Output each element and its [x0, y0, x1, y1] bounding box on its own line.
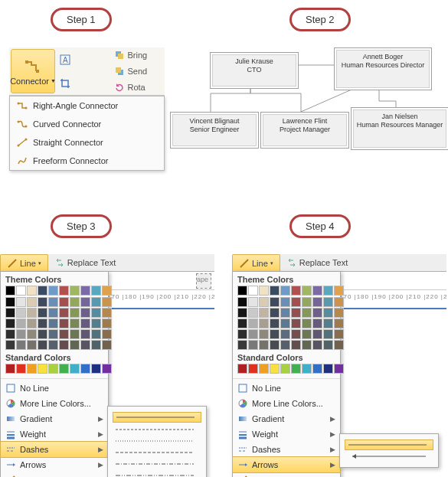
- connector-option[interactable]: Curved Connector: [10, 115, 164, 133]
- color-swatch[interactable]: [70, 329, 80, 339]
- color-swatch[interactable]: [237, 319, 247, 328]
- color-swatch[interactable]: [5, 340, 15, 350]
- color-swatch[interactable]: [27, 319, 37, 328]
- color-swatch[interactable]: [70, 308, 80, 318]
- menu-dashes[interactable]: Dashes▶: [0, 441, 109, 458]
- dash-option[interactable]: [113, 436, 201, 446]
- color-swatch[interactable]: [334, 297, 344, 307]
- color-swatch[interactable]: [280, 340, 290, 350]
- menu-noline[interactable]: No Line: [233, 381, 340, 396]
- color-swatch[interactable]: [27, 340, 37, 350]
- color-swatch[interactable]: [48, 297, 58, 307]
- color-swatch[interactable]: [291, 319, 301, 328]
- color-swatch[interactable]: [16, 340, 26, 350]
- color-swatch[interactable]: [16, 297, 26, 307]
- arrow-option[interactable]: [345, 439, 433, 450]
- canvas-selected-line[interactable]: [107, 308, 214, 312]
- color-swatch[interactable]: [312, 308, 322, 318]
- color-swatch[interactable]: [237, 286, 247, 296]
- dash-option[interactable]: [113, 412, 201, 423]
- color-swatch[interactable]: [91, 308, 101, 318]
- color-swatch[interactable]: [334, 340, 344, 350]
- menu-dashes[interactable]: Dashes▶: [233, 442, 340, 457]
- crop-tool[interactable]: [60, 78, 108, 89]
- color-swatch[interactable]: [91, 364, 101, 374]
- canvas-selected-line[interactable]: [339, 308, 446, 312]
- dashes-submenu[interactable]: [107, 406, 207, 477]
- send-backward[interactable]: Send: [114, 66, 162, 77]
- color-swatch[interactable]: [323, 319, 333, 328]
- menu-weight[interactable]: Weight▶: [1, 426, 108, 442]
- color-swatch[interactable]: [302, 308, 312, 318]
- color-swatch[interactable]: [270, 308, 280, 318]
- color-swatch[interactable]: [334, 364, 344, 374]
- color-swatch[interactable]: [5, 319, 15, 328]
- tab-line[interactable]: Line ▾: [0, 254, 48, 271]
- color-swatch[interactable]: [280, 329, 290, 339]
- menu-morecolors[interactable]: More Line Colors...: [1, 396, 108, 411]
- color-swatch[interactable]: [38, 340, 47, 350]
- color-swatch[interactable]: [270, 364, 280, 374]
- color-swatch[interactable]: [70, 297, 80, 307]
- color-swatch[interactable]: [5, 364, 15, 374]
- color-swatch[interactable]: [259, 329, 269, 339]
- color-swatch[interactable]: [27, 286, 37, 296]
- color-swatch[interactable]: [80, 329, 90, 339]
- color-swatch[interactable]: [237, 340, 247, 350]
- color-swatch[interactable]: [280, 286, 290, 296]
- color-swatch[interactable]: [259, 319, 269, 328]
- color-swatch[interactable]: [259, 286, 269, 296]
- color-swatch[interactable]: [48, 340, 58, 350]
- color-swatch[interactable]: [270, 286, 280, 296]
- color-swatch[interactable]: [312, 329, 322, 339]
- color-swatch[interactable]: [91, 319, 101, 328]
- color-swatch[interactable]: [91, 340, 101, 350]
- color-swatch[interactable]: [259, 297, 269, 307]
- color-swatch[interactable]: [312, 286, 322, 296]
- color-swatch[interactable]: [59, 329, 69, 339]
- color-swatch[interactable]: [323, 286, 333, 296]
- color-swatch[interactable]: [16, 308, 26, 318]
- color-swatch[interactable]: [27, 297, 37, 307]
- color-swatch[interactable]: [38, 329, 47, 339]
- color-swatch[interactable]: [291, 286, 301, 296]
- color-swatch[interactable]: [237, 297, 247, 307]
- color-swatch[interactable]: [334, 308, 344, 318]
- color-swatch[interactable]: [237, 329, 247, 339]
- tab-line[interactable]: Line ▾: [232, 254, 280, 271]
- color-swatch[interactable]: [312, 340, 322, 350]
- color-swatch[interactable]: [323, 364, 333, 374]
- color-swatch[interactable]: [302, 297, 312, 307]
- color-swatch[interactable]: [302, 329, 312, 339]
- color-swatch[interactable]: [312, 297, 322, 307]
- color-swatch[interactable]: [291, 297, 301, 307]
- color-swatch[interactable]: [270, 319, 280, 328]
- color-swatch[interactable]: [27, 329, 37, 339]
- arrows-submenu[interactable]: [339, 433, 439, 468]
- color-swatch[interactable]: [312, 319, 322, 328]
- bring-forward[interactable]: Bring: [114, 50, 162, 60]
- color-swatch[interactable]: [91, 329, 101, 339]
- color-swatch[interactable]: [70, 319, 80, 328]
- color-swatch[interactable]: [16, 329, 26, 339]
- color-swatch[interactable]: [38, 286, 47, 296]
- dash-option[interactable]: [113, 425, 201, 434]
- connector-option[interactable]: Straight Connector: [10, 133, 164, 152]
- color-swatch[interactable]: [48, 319, 58, 328]
- color-swatch[interactable]: [259, 364, 269, 374]
- color-swatch[interactable]: [59, 319, 69, 328]
- color-swatch[interactable]: [280, 308, 290, 318]
- color-swatch[interactable]: [248, 286, 258, 296]
- color-swatch[interactable]: [259, 308, 269, 318]
- color-swatch[interactable]: [270, 340, 280, 350]
- color-swatch[interactable]: [16, 286, 26, 296]
- color-swatch[interactable]: [270, 329, 280, 339]
- color-swatch[interactable]: [102, 308, 112, 318]
- color-swatch[interactable]: [291, 340, 301, 350]
- color-swatch[interactable]: [302, 319, 312, 328]
- org-node[interactable]: Lawrence FlintProject Manager: [260, 112, 349, 149]
- color-swatch[interactable]: [80, 297, 90, 307]
- color-swatch[interactable]: [59, 340, 69, 350]
- color-swatch[interactable]: [102, 297, 112, 307]
- color-swatch[interactable]: [80, 308, 90, 318]
